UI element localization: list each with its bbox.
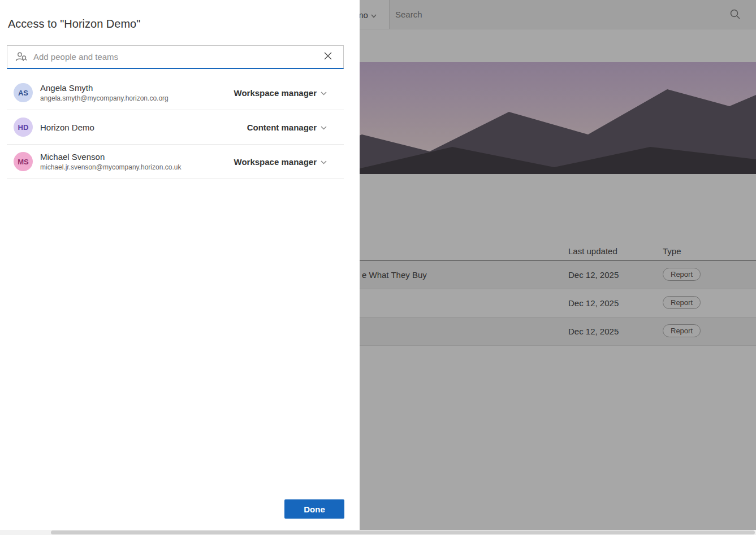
modal-title: Access to "Horizon Demo" bbox=[8, 18, 140, 31]
member-row: MS Michael Svenson michael.jr.svenson@my… bbox=[7, 145, 344, 179]
chevron-down-icon bbox=[321, 123, 327, 132]
member-name: Horizon Demo bbox=[40, 123, 94, 132]
chevron-down-icon bbox=[321, 158, 327, 166]
avatar: HD bbox=[14, 118, 33, 137]
person-search-icon bbox=[15, 51, 28, 63]
member-info: Michael Svenson michael.jr.svenson@mycom… bbox=[40, 152, 181, 171]
member-info: Angela Smyth angela.smyth@mycompany.hori… bbox=[40, 83, 169, 102]
member-name: Michael Svenson bbox=[40, 152, 181, 162]
role-dropdown[interactable]: Content manager bbox=[245, 121, 329, 133]
member-name: Angela Smyth bbox=[40, 83, 169, 93]
member-email: angela.smyth@mycompany.horizon.co.org bbox=[40, 94, 169, 102]
role-label: Content manager bbox=[247, 123, 317, 132]
role-label: Workspace manager bbox=[234, 157, 317, 167]
done-button[interactable]: Done bbox=[284, 499, 344, 519]
role-dropdown[interactable]: Workspace manager bbox=[232, 87, 329, 99]
member-row: AS Angela Smyth angela.smyth@mycompany.h… bbox=[7, 76, 344, 110]
avatar: AS bbox=[14, 83, 33, 102]
member-row: HD Horizon Demo Content manager bbox=[7, 110, 344, 145]
member-list: AS Angela Smyth angela.smyth@mycompany.h… bbox=[7, 76, 344, 179]
member-email: michael.jr.svenson@mycompany.horizon.co.… bbox=[40, 163, 181, 171]
app-root: mo Search bbox=[0, 0, 756, 535]
add-people-search-box bbox=[7, 45, 344, 69]
horizontal-scrollbar-thumb[interactable] bbox=[51, 530, 755, 534]
role-dropdown[interactable]: Workspace manager bbox=[232, 156, 329, 168]
clear-search-button[interactable] bbox=[322, 50, 334, 64]
chevron-down-icon bbox=[321, 89, 327, 97]
add-people-search-input[interactable] bbox=[33, 52, 322, 62]
close-icon bbox=[324, 52, 332, 62]
access-modal: Access to "Horizon Demo" AS bbox=[0, 0, 360, 530]
role-label: Workspace manager bbox=[234, 88, 317, 98]
member-info: Horizon Demo bbox=[40, 123, 94, 132]
horizontal-scrollbar[interactable] bbox=[0, 530, 756, 535]
avatar: MS bbox=[14, 152, 33, 171]
